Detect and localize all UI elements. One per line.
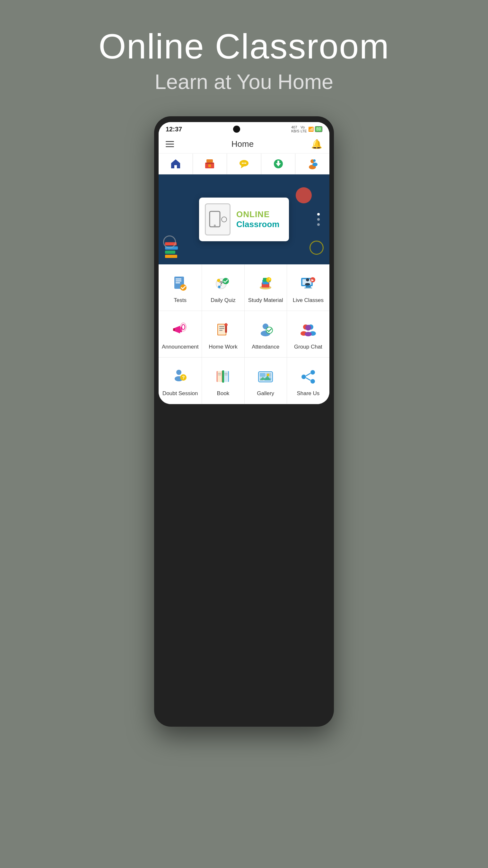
menu-item-announcement[interactable]: Announcement xyxy=(159,311,202,358)
store-icon xyxy=(204,158,216,169)
svg-rect-36 xyxy=(306,286,311,287)
svg-rect-75 xyxy=(224,375,228,375)
svg-rect-2 xyxy=(206,159,213,162)
svg-point-84 xyxy=(301,375,306,379)
notification-bell-icon[interactable]: 🔔 xyxy=(311,139,322,149)
svg-point-81 xyxy=(267,374,269,376)
banner: ONLINE Classroom xyxy=(159,175,329,265)
svg-point-85 xyxy=(311,379,315,383)
menu-item-book[interactable]: Book xyxy=(202,358,244,404)
quiz-icon: ? xyxy=(213,273,233,294)
nav-tab-home[interactable] xyxy=(159,154,193,174)
study-material-label: Study Material xyxy=(248,297,283,304)
svg-point-45 xyxy=(182,324,185,330)
svg-point-27 xyxy=(218,286,221,288)
svg-rect-16 xyxy=(209,211,220,227)
group-chat-icon xyxy=(298,320,319,341)
chat-icon xyxy=(238,158,250,169)
nav-tab-download[interactable] xyxy=(261,154,296,174)
svg-line-87 xyxy=(306,378,311,380)
menu-item-daily-quiz[interactable]: ? Daily Quiz xyxy=(202,265,244,311)
svg-rect-49 xyxy=(219,326,224,327)
tests-icon xyxy=(170,273,190,294)
svg-point-6 xyxy=(242,162,243,164)
svg-point-15 xyxy=(313,162,318,166)
banner-dot-3[interactable] xyxy=(317,223,320,226)
page-header: Online Classroom Learn at You Home xyxy=(99,0,389,94)
menu-item-live-classes[interactable]: ▶ Live Classes xyxy=(287,265,329,311)
nav-tab-profile[interactable] xyxy=(295,154,329,174)
svg-point-63 xyxy=(176,370,182,375)
homework-icon xyxy=(213,320,233,341)
battery-level: 69 xyxy=(315,126,322,132)
attendance-label: Attendance xyxy=(252,344,279,350)
menu-item-study-material[interactable]: 💡 Study Material xyxy=(245,265,287,311)
banner-decoration-clock xyxy=(310,241,324,255)
svg-point-40 xyxy=(306,278,309,281)
svg-rect-74 xyxy=(224,373,228,374)
announcement-icon xyxy=(170,320,190,341)
banner-online-text: ONLINE xyxy=(236,210,279,219)
banner-laptop: ONLINE Classroom xyxy=(199,197,289,241)
svg-rect-70 xyxy=(224,371,228,382)
banner-decoration-globe xyxy=(163,236,176,248)
doubt-session-icon: ? xyxy=(170,367,190,387)
banner-dot-1[interactable] xyxy=(317,213,320,216)
download-icon xyxy=(272,158,284,169)
svg-line-86 xyxy=(306,373,311,376)
svg-rect-68 xyxy=(217,371,222,382)
svg-point-8 xyxy=(245,162,246,164)
svg-rect-73 xyxy=(218,375,221,375)
share-us-label: Share Us xyxy=(297,390,320,397)
svg-rect-51 xyxy=(219,330,223,331)
svg-text:?: ? xyxy=(182,375,185,380)
book-label: Book xyxy=(217,390,230,397)
status-icons: 407KB/S VoLTE 📶 69 xyxy=(291,125,322,133)
hamburger-menu-button[interactable] xyxy=(166,141,174,147)
svg-point-41 xyxy=(305,283,310,286)
svg-rect-19 xyxy=(175,279,182,279)
svg-rect-77 xyxy=(260,373,265,377)
page-subtitle: Learn at You Home xyxy=(99,70,389,94)
menu-grid: Tests ? Daily Quiz xyxy=(159,265,329,404)
svg-rect-50 xyxy=(219,328,224,329)
app-bar: Home 🔔 xyxy=(159,135,329,154)
nav-tab-chat[interactable] xyxy=(227,154,261,174)
network-type: VoLTE xyxy=(300,125,306,133)
nav-tab-store[interactable] xyxy=(193,154,227,174)
gallery-icon xyxy=(255,367,276,387)
phone-wrapper: 12:37 407KB/S VoLTE 📶 69 Home 🔔 xyxy=(154,116,334,727)
svg-rect-21 xyxy=(175,282,180,283)
menu-item-group-chat[interactable]: Group Chat xyxy=(287,311,329,358)
profile-icon xyxy=(306,158,318,169)
status-time: 12:37 xyxy=(166,126,182,133)
doubt-session-label: Doubt Session xyxy=(162,390,198,397)
menu-item-attendance[interactable]: Attendance xyxy=(245,311,287,358)
menu-item-home-work[interactable]: Home Work xyxy=(202,311,244,358)
phone-frame: 12:37 407KB/S VoLTE 📶 69 Home 🔔 xyxy=(154,116,334,727)
menu-item-share-us[interactable]: Share Us xyxy=(287,358,329,404)
banner-decoration-red-circle xyxy=(296,187,312,203)
svg-rect-72 xyxy=(218,373,221,374)
banner-classroom-text: Classroom xyxy=(236,219,279,229)
laptop-screen-icon xyxy=(205,203,230,236)
svg-rect-53 xyxy=(224,324,228,326)
menu-item-gallery[interactable]: Gallery xyxy=(245,358,287,404)
share-icon xyxy=(298,367,319,387)
svg-rect-44 xyxy=(173,328,175,331)
home-work-label: Home Work xyxy=(209,344,237,350)
svg-text:▶: ▶ xyxy=(312,278,314,282)
svg-point-26 xyxy=(217,279,220,282)
announcement-label: Announcement xyxy=(162,344,198,350)
phone-screen: 12:37 407KB/S VoLTE 📶 69 Home 🔔 xyxy=(159,122,329,404)
svg-point-17 xyxy=(214,224,216,226)
svg-rect-11 xyxy=(278,161,279,164)
svg-point-14 xyxy=(313,159,316,162)
menu-item-tests[interactable]: Tests xyxy=(159,265,202,311)
menu-item-doubt-session[interactable]: ? Doubt Session xyxy=(159,358,202,404)
banner-dot-2[interactable] xyxy=(317,218,320,221)
banner-pagination-dots xyxy=(317,213,320,226)
banner-text: ONLINE Classroom xyxy=(236,210,279,229)
status-camera xyxy=(233,126,240,133)
status-bar: 12:37 407KB/S VoLTE 📶 69 xyxy=(159,122,329,135)
